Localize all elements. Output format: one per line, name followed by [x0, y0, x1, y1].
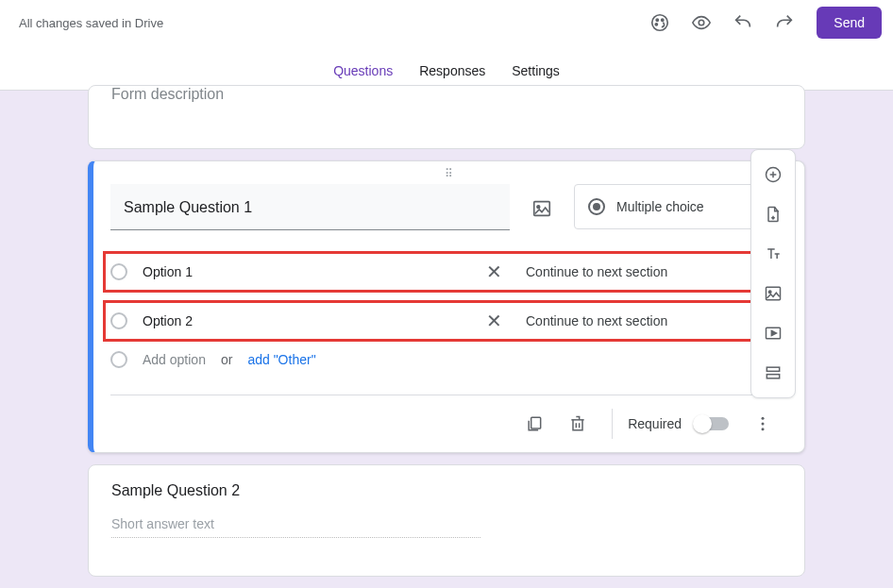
add-option-input[interactable]: Add option — [143, 352, 206, 367]
palette-icon[interactable] — [641, 4, 679, 42]
add-question-button[interactable] — [754, 156, 792, 193]
radio-icon — [588, 198, 605, 215]
question-footer: Required — [110, 395, 782, 452]
close-icon[interactable]: ✕ — [479, 310, 509, 332]
question-card-1[interactable]: ⠿ Sample Question 1 Multiple choice — [88, 160, 805, 453]
svg-point-1 — [656, 19, 658, 21]
question-title-input[interactable]: Sample Question 1 — [110, 184, 510, 230]
required-toggle[interactable] — [695, 417, 729, 430]
option-radio-icon — [110, 263, 127, 280]
svg-point-9 — [762, 423, 765, 426]
send-button[interactable]: Send — [817, 7, 882, 39]
svg-rect-15 — [767, 367, 779, 371]
top-actions: Send — [641, 4, 882, 42]
form-description-placeholder[interactable]: Form description — [111, 86, 224, 103]
option-radio-icon — [110, 351, 127, 368]
option-radio-icon — [110, 312, 127, 329]
tab-questions[interactable]: Questions — [333, 52, 393, 90]
add-image-icon[interactable] — [525, 192, 559, 226]
svg-point-2 — [662, 19, 664, 21]
add-other-link[interactable]: add "Other" — [247, 352, 315, 367]
drag-handle-icon[interactable]: ⠿ — [445, 167, 454, 180]
svg-point-0 — [652, 15, 668, 31]
add-video-button[interactable] — [754, 314, 792, 352]
add-image-button[interactable] — [754, 275, 792, 312]
top-bar: All changes saved in Drive Send — [0, 0, 893, 45]
trash-icon[interactable] — [559, 405, 597, 443]
required-label: Required — [628, 416, 682, 431]
svg-point-3 — [656, 24, 658, 25]
tab-row: Questions Responses Settings — [0, 45, 893, 91]
options-area: Option 1 ✕ Continue to next section Opti… — [110, 251, 782, 368]
svg-point-8 — [762, 417, 765, 420]
option-goto-select[interactable]: Continue to next section — [509, 313, 782, 328]
option-row-2: Option 2 ✕ Continue to next section — [103, 300, 789, 342]
separator — [612, 409, 613, 439]
option-text-input[interactable]: Option 2 — [143, 313, 479, 328]
add-section-button[interactable] — [754, 354, 792, 392]
question-type-label: Multiple choice — [616, 199, 704, 214]
svg-point-10 — [762, 428, 765, 430]
form-column: Form description ⠿ Sample Question 1 Mul… — [88, 91, 805, 588]
copy-icon[interactable] — [515, 405, 553, 443]
svg-point-4 — [699, 20, 705, 25]
undo-icon[interactable] — [724, 4, 762, 42]
redo-icon[interactable] — [766, 4, 803, 42]
add-title-button[interactable] — [754, 235, 792, 273]
svg-point-13 — [768, 291, 771, 294]
question-card-2[interactable]: Sample Question 2 Short answer text — [88, 464, 805, 577]
add-option-row: Add option or add "Other" — [110, 351, 782, 368]
option-goto-select[interactable]: Continue to next section — [509, 264, 782, 279]
option-goto-label: Continue to next section — [526, 313, 667, 328]
save-status: All changes saved in Drive — [19, 16, 163, 30]
tab-responses[interactable]: Responses — [419, 52, 485, 90]
floating-toolbar — [750, 149, 796, 398]
question-header: Sample Question 1 Multiple choice — [110, 184, 782, 230]
option-row-1: Option 1 ✕ Continue to next section — [103, 251, 789, 293]
main-area: Form description ⠿ Sample Question 1 Mul… — [0, 91, 893, 588]
or-text: or — [221, 352, 232, 367]
import-doc-button[interactable] — [754, 195, 792, 233]
eye-icon[interactable] — [682, 4, 720, 42]
svg-rect-12 — [767, 287, 781, 299]
short-answer-placeholder: Short answer text — [111, 516, 480, 538]
svg-rect-16 — [767, 375, 779, 378]
form-header-card: Form description — [88, 85, 805, 149]
svg-rect-7 — [531, 417, 541, 428]
svg-rect-5 — [534, 202, 550, 216]
close-icon[interactable]: ✕ — [479, 260, 509, 283]
option-text-input[interactable]: Option 1 — [143, 264, 479, 279]
tab-settings[interactable]: Settings — [512, 52, 560, 90]
option-goto-label: Continue to next section — [526, 264, 667, 279]
svg-point-6 — [537, 206, 540, 209]
more-vert-icon[interactable] — [744, 405, 782, 443]
question-title: Sample Question 2 — [111, 482, 782, 499]
